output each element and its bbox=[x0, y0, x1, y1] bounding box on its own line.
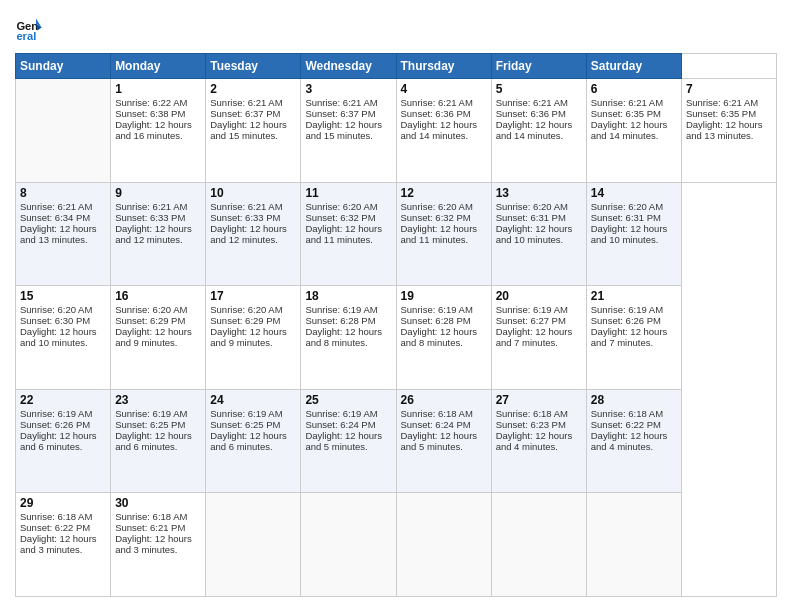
calendar-cell: 28Sunrise: 6:18 AMSunset: 6:22 PMDayligh… bbox=[586, 389, 681, 493]
sunset-line: Sunset: 6:36 PM bbox=[496, 108, 582, 119]
day-number: 15 bbox=[20, 289, 106, 303]
day-header-wednesday: Wednesday bbox=[301, 54, 396, 79]
daylight-line: Daylight: 12 hours and 4 minutes. bbox=[496, 430, 582, 452]
daylight-line: Daylight: 12 hours and 15 minutes. bbox=[305, 119, 391, 141]
daylight-line: Daylight: 12 hours and 9 minutes. bbox=[115, 326, 201, 348]
calendar-cell: 24Sunrise: 6:19 AMSunset: 6:25 PMDayligh… bbox=[206, 389, 301, 493]
sunrise-line: Sunrise: 6:19 AM bbox=[401, 304, 487, 315]
daylight-line: Daylight: 12 hours and 10 minutes. bbox=[496, 223, 582, 245]
sunrise-line: Sunrise: 6:19 AM bbox=[20, 408, 106, 419]
sunrise-line: Sunrise: 6:20 AM bbox=[115, 304, 201, 315]
day-number: 5 bbox=[496, 82, 582, 96]
sunrise-line: Sunrise: 6:21 AM bbox=[591, 97, 677, 108]
calendar-cell: 1Sunrise: 6:22 AMSunset: 6:38 PMDaylight… bbox=[111, 79, 206, 183]
sunset-line: Sunset: 6:21 PM bbox=[115, 522, 201, 533]
day-number: 12 bbox=[401, 186, 487, 200]
day-header-friday: Friday bbox=[491, 54, 586, 79]
calendar-cell: 18Sunrise: 6:19 AMSunset: 6:28 PMDayligh… bbox=[301, 286, 396, 390]
sunset-line: Sunset: 6:36 PM bbox=[401, 108, 487, 119]
sunrise-line: Sunrise: 6:21 AM bbox=[305, 97, 391, 108]
daylight-line: Daylight: 12 hours and 15 minutes. bbox=[210, 119, 296, 141]
sunset-line: Sunset: 6:32 PM bbox=[305, 212, 391, 223]
calendar-cell: 12Sunrise: 6:20 AMSunset: 6:32 PMDayligh… bbox=[396, 182, 491, 286]
daylight-line: Daylight: 12 hours and 8 minutes. bbox=[305, 326, 391, 348]
calendar-cell: 6Sunrise: 6:21 AMSunset: 6:35 PMDaylight… bbox=[586, 79, 681, 183]
day-number: 10 bbox=[210, 186, 296, 200]
day-number: 22 bbox=[20, 393, 106, 407]
sunrise-line: Sunrise: 6:20 AM bbox=[20, 304, 106, 315]
calendar-cell bbox=[301, 493, 396, 597]
daylight-line: Daylight: 12 hours and 13 minutes. bbox=[20, 223, 106, 245]
calendar-cell: 26Sunrise: 6:18 AMSunset: 6:24 PMDayligh… bbox=[396, 389, 491, 493]
logo: Gen eral bbox=[15, 15, 47, 43]
sunrise-line: Sunrise: 6:20 AM bbox=[305, 201, 391, 212]
page-header: Gen eral bbox=[15, 15, 777, 43]
day-number: 4 bbox=[401, 82, 487, 96]
calendar-cell: 20Sunrise: 6:19 AMSunset: 6:27 PMDayligh… bbox=[491, 286, 586, 390]
calendar-cell: 23Sunrise: 6:19 AMSunset: 6:25 PMDayligh… bbox=[111, 389, 206, 493]
calendar-cell: 4Sunrise: 6:21 AMSunset: 6:36 PMDaylight… bbox=[396, 79, 491, 183]
daylight-line: Daylight: 12 hours and 9 minutes. bbox=[210, 326, 296, 348]
calendar-cell bbox=[396, 493, 491, 597]
calendar-cell: 17Sunrise: 6:20 AMSunset: 6:29 PMDayligh… bbox=[206, 286, 301, 390]
day-number: 13 bbox=[496, 186, 582, 200]
sunrise-line: Sunrise: 6:22 AM bbox=[115, 97, 201, 108]
calendar-cell: 2Sunrise: 6:21 AMSunset: 6:37 PMDaylight… bbox=[206, 79, 301, 183]
sunrise-line: Sunrise: 6:18 AM bbox=[496, 408, 582, 419]
day-number: 7 bbox=[686, 82, 772, 96]
daylight-line: Daylight: 12 hours and 6 minutes. bbox=[210, 430, 296, 452]
daylight-line: Daylight: 12 hours and 6 minutes. bbox=[115, 430, 201, 452]
daylight-line: Daylight: 12 hours and 11 minutes. bbox=[401, 223, 487, 245]
sunset-line: Sunset: 6:32 PM bbox=[401, 212, 487, 223]
day-number: 11 bbox=[305, 186, 391, 200]
sunset-line: Sunset: 6:22 PM bbox=[20, 522, 106, 533]
sunset-line: Sunset: 6:33 PM bbox=[210, 212, 296, 223]
week-row-5: 29Sunrise: 6:18 AMSunset: 6:22 PMDayligh… bbox=[16, 493, 777, 597]
week-row-4: 22Sunrise: 6:19 AMSunset: 6:26 PMDayligh… bbox=[16, 389, 777, 493]
week-row-1: 1Sunrise: 6:22 AMSunset: 6:38 PMDaylight… bbox=[16, 79, 777, 183]
day-number: 2 bbox=[210, 82, 296, 96]
calendar-cell: 30Sunrise: 6:18 AMSunset: 6:21 PMDayligh… bbox=[111, 493, 206, 597]
sunrise-line: Sunrise: 6:19 AM bbox=[305, 408, 391, 419]
day-number: 14 bbox=[591, 186, 677, 200]
calendar-cell: 16Sunrise: 6:20 AMSunset: 6:29 PMDayligh… bbox=[111, 286, 206, 390]
calendar-cell: 14Sunrise: 6:20 AMSunset: 6:31 PMDayligh… bbox=[586, 182, 681, 286]
daylight-line: Daylight: 12 hours and 3 minutes. bbox=[115, 533, 201, 555]
sunset-line: Sunset: 6:27 PM bbox=[496, 315, 582, 326]
day-number: 27 bbox=[496, 393, 582, 407]
sunrise-line: Sunrise: 6:18 AM bbox=[20, 511, 106, 522]
daylight-line: Daylight: 12 hours and 8 minutes. bbox=[401, 326, 487, 348]
sunrise-line: Sunrise: 6:21 AM bbox=[210, 201, 296, 212]
day-number: 30 bbox=[115, 496, 201, 510]
sunset-line: Sunset: 6:26 PM bbox=[591, 315, 677, 326]
calendar-table: SundayMondayTuesdayWednesdayThursdayFrid… bbox=[15, 53, 777, 597]
sunset-line: Sunset: 6:35 PM bbox=[591, 108, 677, 119]
day-number: 18 bbox=[305, 289, 391, 303]
calendar-cell: 27Sunrise: 6:18 AMSunset: 6:23 PMDayligh… bbox=[491, 389, 586, 493]
day-number: 20 bbox=[496, 289, 582, 303]
daylight-line: Daylight: 12 hours and 11 minutes. bbox=[305, 223, 391, 245]
calendar-header-row: SundayMondayTuesdayWednesdayThursdayFrid… bbox=[16, 54, 777, 79]
daylight-line: Daylight: 12 hours and 14 minutes. bbox=[496, 119, 582, 141]
daylight-line: Daylight: 12 hours and 7 minutes. bbox=[496, 326, 582, 348]
sunrise-line: Sunrise: 6:20 AM bbox=[591, 201, 677, 212]
day-header-sunday: Sunday bbox=[16, 54, 111, 79]
daylight-line: Daylight: 12 hours and 12 minutes. bbox=[210, 223, 296, 245]
sunset-line: Sunset: 6:29 PM bbox=[115, 315, 201, 326]
calendar-cell: 8Sunrise: 6:21 AMSunset: 6:34 PMDaylight… bbox=[16, 182, 111, 286]
sunrise-line: Sunrise: 6:20 AM bbox=[210, 304, 296, 315]
day-number: 25 bbox=[305, 393, 391, 407]
calendar-cell: 19Sunrise: 6:19 AMSunset: 6:28 PMDayligh… bbox=[396, 286, 491, 390]
calendar-cell: 7Sunrise: 6:21 AMSunset: 6:35 PMDaylight… bbox=[681, 79, 776, 183]
daylight-line: Daylight: 12 hours and 14 minutes. bbox=[591, 119, 677, 141]
sunrise-line: Sunrise: 6:19 AM bbox=[305, 304, 391, 315]
sunset-line: Sunset: 6:38 PM bbox=[115, 108, 201, 119]
sunrise-line: Sunrise: 6:18 AM bbox=[401, 408, 487, 419]
calendar-cell: 21Sunrise: 6:19 AMSunset: 6:26 PMDayligh… bbox=[586, 286, 681, 390]
sunrise-line: Sunrise: 6:21 AM bbox=[686, 97, 772, 108]
sunset-line: Sunset: 6:25 PM bbox=[210, 419, 296, 430]
day-number: 29 bbox=[20, 496, 106, 510]
daylight-line: Daylight: 12 hours and 4 minutes. bbox=[591, 430, 677, 452]
day-number: 21 bbox=[591, 289, 677, 303]
sunset-line: Sunset: 6:23 PM bbox=[496, 419, 582, 430]
